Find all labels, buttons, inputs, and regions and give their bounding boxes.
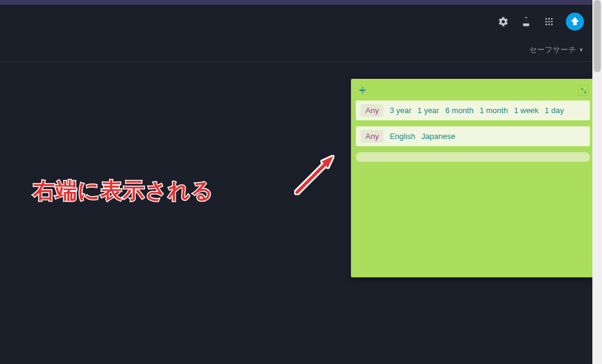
svg-line-9 (297, 160, 330, 193)
safesearch-label: セーフサーチ (529, 45, 576, 55)
time-option-6month[interactable]: 6 month (445, 106, 474, 115)
svg-point-2 (551, 18, 553, 20)
annotation-arrow (289, 146, 343, 200)
time-option-1day[interactable]: 1 day (545, 106, 564, 115)
avatar[interactable] (566, 13, 584, 31)
time-filter-any[interactable]: Any (361, 104, 383, 117)
svg-point-0 (545, 18, 547, 20)
subheader-bar: セーフサーチ ▼ (0, 38, 602, 62)
lang-option-english[interactable]: English (389, 132, 415, 141)
time-option-1week[interactable]: 1 week (514, 106, 539, 115)
scrollbar-thumb[interactable] (594, 0, 601, 72)
svg-point-4 (548, 20, 550, 22)
window-top-strip (0, 0, 602, 5)
loading-bar (356, 152, 590, 162)
svg-point-7 (548, 23, 550, 25)
lang-option-japanese[interactable]: Japanese (421, 132, 455, 141)
svg-point-5 (551, 20, 553, 22)
annotation-text: 右端に表示される (33, 176, 214, 206)
panel-topbar (356, 84, 590, 100)
time-option-1year[interactable]: 1 year (418, 106, 439, 115)
svg-point-3 (545, 20, 547, 22)
scrollbar-track[interactable] (592, 0, 602, 364)
gear-icon[interactable] (497, 16, 509, 28)
svg-point-1 (548, 18, 550, 20)
apps-grid-icon[interactable] (543, 16, 555, 28)
safesearch-dropdown[interactable]: セーフサーチ ▼ (529, 45, 584, 55)
chevron-down-icon: ▼ (579, 47, 584, 53)
move-icon[interactable] (357, 85, 368, 96)
svg-marker-10 (321, 156, 334, 168)
svg-point-6 (545, 23, 547, 25)
time-option-3year[interactable]: 3 year (389, 106, 411, 115)
header-bar (0, 5, 602, 38)
language-filter-row: Any English Japanese (356, 126, 590, 146)
svg-point-8 (551, 23, 553, 25)
time-filter-row: Any 3 year 1 year 6 month 1 month 1 week… (356, 100, 590, 120)
beaker-icon[interactable] (520, 16, 532, 28)
expand-icon[interactable] (578, 85, 589, 96)
filter-panel: Any 3 year 1 year 6 month 1 month 1 week… (351, 79, 595, 277)
time-option-1month[interactable]: 1 month (480, 106, 508, 115)
content-area: Any 3 year 1 year 6 month 1 month 1 week… (0, 62, 602, 364)
lang-filter-any[interactable]: Any (361, 130, 383, 143)
